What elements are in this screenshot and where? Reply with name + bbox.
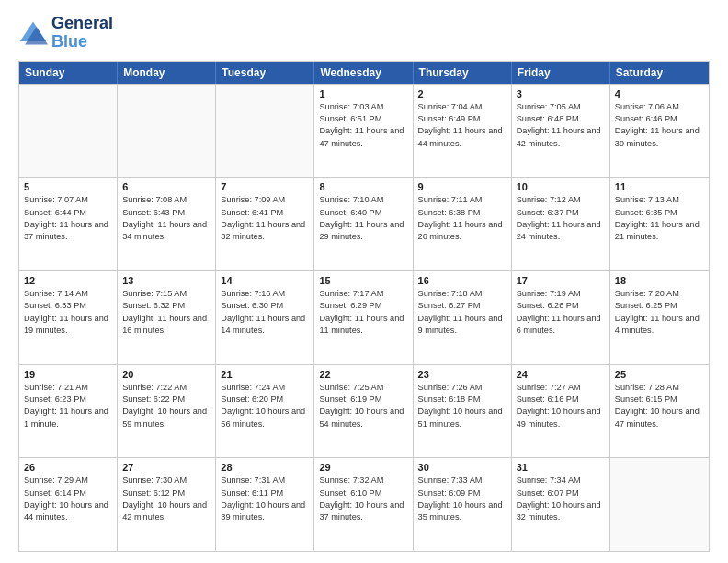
day-number: 25 — [615, 369, 704, 380]
header-day-monday: Monday — [118, 62, 216, 84]
calendar: SundayMondayTuesdayWednesdayThursdayFrid… — [18, 61, 710, 552]
day-number: 19 — [24, 369, 112, 380]
day-info: Sunrise: 7:09 AM Sunset: 6:41 PM Dayligh… — [221, 194, 309, 243]
day-number: 26 — [24, 462, 112, 473]
day-info: Sunrise: 7:05 AM Sunset: 6:48 PM Dayligh… — [517, 101, 605, 150]
day-cell-6: 6Sunrise: 7:08 AM Sunset: 6:43 PM Daylig… — [118, 178, 216, 270]
day-info: Sunrise: 7:20 AM Sunset: 6:25 PM Dayligh… — [615, 288, 704, 337]
day-number: 4 — [615, 88, 704, 99]
day-cell-23: 23Sunrise: 7:26 AM Sunset: 6:18 PM Dayli… — [414, 365, 512, 458]
day-cell-3: 3Sunrise: 7:05 AM Sunset: 6:48 PM Daylig… — [512, 85, 610, 178]
day-info: Sunrise: 7:22 AM Sunset: 6:22 PM Dayligh… — [122, 382, 210, 431]
header-day-friday: Friday — [512, 62, 610, 84]
day-number: 1 — [319, 88, 407, 99]
day-number: 6 — [122, 181, 210, 192]
day-cell-28: 28Sunrise: 7:31 AM Sunset: 6:11 PM Dayli… — [216, 458, 314, 551]
day-cell-empty — [19, 85, 118, 178]
day-cell-30: 30Sunrise: 7:33 AM Sunset: 6:09 PM Dayli… — [414, 458, 512, 551]
day-info: Sunrise: 7:32 AM Sunset: 6:10 PM Dayligh… — [319, 475, 407, 523]
header-day-thursday: Thursday — [414, 62, 512, 84]
day-number: 10 — [517, 181, 605, 192]
day-cell-empty — [610, 458, 709, 551]
week-row-1: 1Sunrise: 7:03 AM Sunset: 6:51 PM Daylig… — [19, 84, 709, 178]
day-info: Sunrise: 7:27 AM Sunset: 6:16 PM Dayligh… — [517, 382, 605, 431]
page: General Blue SundayMondayTuesdayWednesda… — [0, 0, 728, 563]
day-number: 21 — [221, 369, 309, 380]
day-cell-17: 17Sunrise: 7:19 AM Sunset: 6:26 PM Dayli… — [512, 271, 610, 364]
day-number: 13 — [122, 275, 210, 286]
day-cell-2: 2Sunrise: 7:04 AM Sunset: 6:49 PM Daylig… — [414, 85, 512, 178]
day-cell-27: 27Sunrise: 7:30 AM Sunset: 6:12 PM Dayli… — [118, 458, 216, 551]
day-info: Sunrise: 7:31 AM Sunset: 6:11 PM Dayligh… — [221, 475, 309, 523]
day-cell-14: 14Sunrise: 7:16 AM Sunset: 6:30 PM Dayli… — [216, 271, 314, 364]
day-info: Sunrise: 7:04 AM Sunset: 6:49 PM Dayligh… — [418, 101, 506, 150]
day-number: 30 — [418, 462, 506, 473]
day-info: Sunrise: 7:18 AM Sunset: 6:27 PM Dayligh… — [418, 288, 506, 337]
day-number: 3 — [517, 88, 605, 99]
week-row-4: 19Sunrise: 7:21 AM Sunset: 6:23 PM Dayli… — [19, 364, 709, 458]
day-info: Sunrise: 7:26 AM Sunset: 6:18 PM Dayligh… — [418, 382, 506, 431]
day-info: Sunrise: 7:14 AM Sunset: 6:33 PM Dayligh… — [24, 288, 112, 337]
day-number: 28 — [221, 462, 309, 473]
calendar-body: 1Sunrise: 7:03 AM Sunset: 6:51 PM Daylig… — [19, 84, 709, 551]
week-row-2: 5Sunrise: 7:07 AM Sunset: 6:44 PM Daylig… — [19, 177, 709, 270]
day-cell-8: 8Sunrise: 7:10 AM Sunset: 6:40 PM Daylig… — [314, 178, 413, 270]
day-number: 5 — [24, 181, 112, 192]
header-day-wednesday: Wednesday — [314, 62, 413, 84]
day-info: Sunrise: 7:10 AM Sunset: 6:40 PM Dayligh… — [319, 194, 407, 243]
day-info: Sunrise: 7:07 AM Sunset: 6:44 PM Dayligh… — [24, 194, 112, 243]
calendar-header: SundayMondayTuesdayWednesdayThursdayFrid… — [19, 62, 709, 84]
day-cell-31: 31Sunrise: 7:34 AM Sunset: 6:07 PM Dayli… — [512, 458, 610, 551]
day-number: 22 — [319, 369, 407, 380]
day-info: Sunrise: 7:28 AM Sunset: 6:15 PM Dayligh… — [615, 382, 704, 431]
day-number: 17 — [517, 275, 605, 286]
day-cell-empty — [118, 85, 216, 178]
logo-icon — [18, 18, 48, 48]
logo: General Blue — [18, 15, 113, 52]
day-number: 7 — [221, 181, 309, 192]
day-number: 29 — [319, 462, 407, 473]
week-row-3: 12Sunrise: 7:14 AM Sunset: 6:33 PM Dayli… — [19, 270, 709, 364]
day-info: Sunrise: 7:11 AM Sunset: 6:38 PM Dayligh… — [418, 194, 506, 243]
day-info: Sunrise: 7:30 AM Sunset: 6:12 PM Dayligh… — [122, 475, 210, 523]
day-number: 14 — [221, 275, 309, 286]
day-cell-29: 29Sunrise: 7:32 AM Sunset: 6:10 PM Dayli… — [314, 458, 413, 551]
day-info: Sunrise: 7:08 AM Sunset: 6:43 PM Dayligh… — [122, 194, 210, 243]
day-number: 31 — [517, 462, 605, 473]
day-cell-10: 10Sunrise: 7:12 AM Sunset: 6:37 PM Dayli… — [512, 178, 610, 270]
day-info: Sunrise: 7:29 AM Sunset: 6:14 PM Dayligh… — [24, 475, 112, 523]
day-number: 23 — [418, 369, 506, 380]
day-info: Sunrise: 7:24 AM Sunset: 6:20 PM Dayligh… — [221, 382, 309, 431]
day-number: 15 — [319, 275, 407, 286]
day-info: Sunrise: 7:19 AM Sunset: 6:26 PM Dayligh… — [517, 288, 605, 337]
day-number: 11 — [615, 181, 704, 192]
day-cell-25: 25Sunrise: 7:28 AM Sunset: 6:15 PM Dayli… — [610, 365, 709, 458]
day-number: 9 — [418, 181, 506, 192]
day-number: 18 — [615, 275, 704, 286]
day-info: Sunrise: 7:17 AM Sunset: 6:29 PM Dayligh… — [319, 288, 407, 337]
header-day-tuesday: Tuesday — [216, 62, 314, 84]
day-cell-11: 11Sunrise: 7:13 AM Sunset: 6:35 PM Dayli… — [610, 178, 709, 270]
day-info: Sunrise: 7:16 AM Sunset: 6:30 PM Dayligh… — [221, 288, 309, 337]
day-cell-21: 21Sunrise: 7:24 AM Sunset: 6:20 PM Dayli… — [216, 365, 314, 458]
day-number: 27 — [122, 462, 210, 473]
day-cell-12: 12Sunrise: 7:14 AM Sunset: 6:33 PM Dayli… — [19, 271, 118, 364]
day-cell-9: 9Sunrise: 7:11 AM Sunset: 6:38 PM Daylig… — [414, 178, 512, 270]
day-number: 2 — [418, 88, 506, 99]
day-info: Sunrise: 7:06 AM Sunset: 6:46 PM Dayligh… — [615, 101, 704, 150]
logo-text: General Blue — [51, 15, 113, 52]
day-info: Sunrise: 7:12 AM Sunset: 6:37 PM Dayligh… — [517, 194, 605, 243]
day-info: Sunrise: 7:33 AM Sunset: 6:09 PM Dayligh… — [418, 475, 506, 523]
header-day-sunday: Sunday — [19, 62, 118, 84]
day-cell-empty — [216, 85, 314, 178]
day-cell-13: 13Sunrise: 7:15 AM Sunset: 6:32 PM Dayli… — [118, 271, 216, 364]
day-cell-5: 5Sunrise: 7:07 AM Sunset: 6:44 PM Daylig… — [19, 178, 118, 270]
day-info: Sunrise: 7:34 AM Sunset: 6:07 PM Dayligh… — [517, 475, 605, 523]
day-cell-18: 18Sunrise: 7:20 AM Sunset: 6:25 PM Dayli… — [610, 271, 709, 364]
day-cell-16: 16Sunrise: 7:18 AM Sunset: 6:27 PM Dayli… — [414, 271, 512, 364]
day-cell-20: 20Sunrise: 7:22 AM Sunset: 6:22 PM Dayli… — [118, 365, 216, 458]
day-cell-1: 1Sunrise: 7:03 AM Sunset: 6:51 PM Daylig… — [314, 85, 413, 178]
day-cell-26: 26Sunrise: 7:29 AM Sunset: 6:14 PM Dayli… — [19, 458, 118, 551]
day-number: 20 — [122, 369, 210, 380]
day-info: Sunrise: 7:25 AM Sunset: 6:19 PM Dayligh… — [319, 382, 407, 431]
